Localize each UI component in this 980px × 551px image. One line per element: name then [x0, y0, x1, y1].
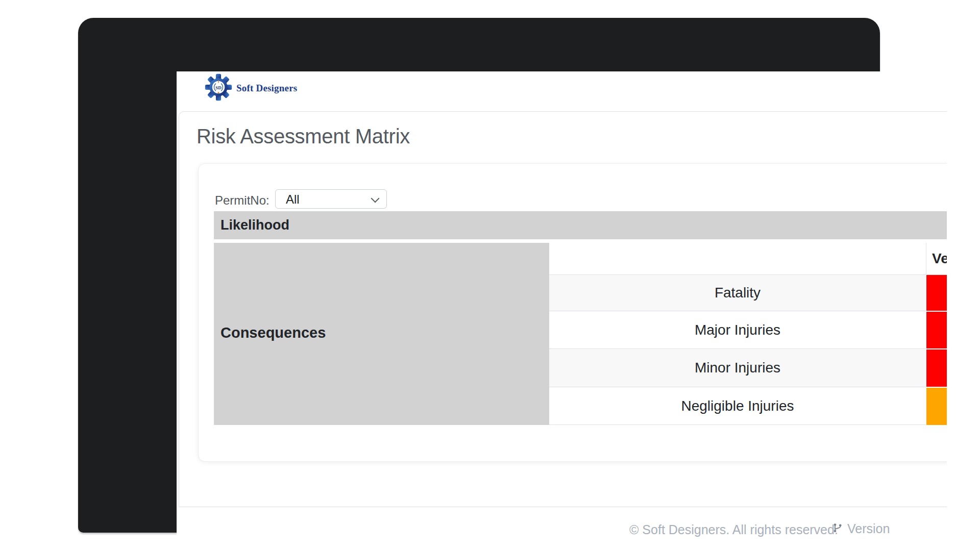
risk-cell — [926, 348, 947, 387]
likelihood-column-header: Ve — [926, 243, 947, 274]
version-label: Version — [847, 521, 890, 536]
matrix-card: PermitNo: All Likelihood Consequences Ve… — [198, 163, 947, 462]
chevron-down-icon — [371, 194, 380, 203]
navbar: SD Soft Designers — [177, 71, 947, 111]
consequence-row-label: Major Injuries — [549, 311, 926, 348]
gear-logo-icon: SD — [205, 73, 232, 104]
consequence-row-label: Fatality — [549, 274, 926, 311]
browser-viewport: SD Soft Designers Risk Assessment Matrix… — [177, 71, 947, 542]
risk-matrix-table: Likelihood Consequences Ve Fatality Majo… — [214, 211, 947, 425]
permit-select-value: All — [286, 192, 300, 207]
brand-logo[interactable]: SD Soft Designers — [205, 73, 297, 103]
footer-divider — [179, 507, 947, 507]
page-background: SD Soft Designers Risk Assessment Matrix… — [0, 0, 980, 551]
risk-cell — [926, 274, 947, 311]
svg-text:SD: SD — [215, 85, 222, 90]
likelihood-header-label: Likelihood — [220, 211, 289, 239]
consequence-row-label: Minor Injuries — [549, 348, 926, 387]
consequence-row-label: Negligible Injuries — [549, 387, 926, 425]
footer-copyright: © Soft Designers. All rights reserved. — [629, 522, 838, 537]
version-link[interactable]: Version — [832, 521, 890, 536]
git-branch-icon — [832, 521, 843, 536]
permit-filter-label: PermitNo: — [215, 193, 270, 208]
permit-select[interactable]: All — [275, 189, 387, 209]
risk-cell — [926, 311, 947, 348]
risk-cell — [926, 387, 947, 425]
device-frame: SD Soft Designers Risk Assessment Matrix… — [78, 18, 880, 533]
consequences-header-label: Consequences — [220, 324, 326, 341]
likelihood-header-band: Likelihood — [214, 211, 947, 239]
page-title: Risk Assessment Matrix — [197, 125, 410, 148]
consequences-header-cell: Consequences — [214, 243, 549, 425]
brand-name: Soft Designers — [236, 83, 297, 94]
